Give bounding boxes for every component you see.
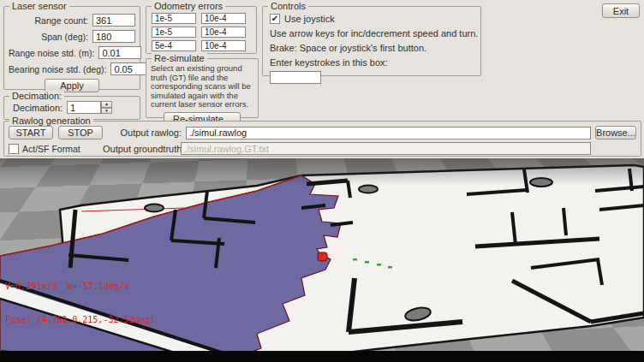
- span-deg-label: Span (deg):: [9, 32, 92, 42]
- odometry-error-input-3a[interactable]: [152, 40, 196, 51]
- scene-3d[interactable]: V=0.291m/s W=-57.1deg/s Pose: (4.762,0.2…: [0, 158, 644, 351]
- decimation-down-button[interactable]: ▼: [101, 108, 112, 115]
- use-joystick-label: Use joystick: [284, 14, 335, 24]
- rawlog-generation-group: Rawlog generation START STOP Output rawl…: [3, 121, 641, 157]
- viewport-letterbox: [0, 351, 644, 362]
- laser-sensor-group: Laser sensor Range count: Span (deg): Ra…: [3, 6, 140, 90]
- span-deg-input[interactable]: [92, 30, 135, 43]
- output-rawlog-input[interactable]: [186, 127, 591, 139]
- resimulate-description: Select an existing ground truth (GT) fil…: [146, 59, 258, 110]
- arrow-keys-hint: Use arrow keys for inc/decrement speed a…: [270, 28, 480, 39]
- spin-up-icon: ▲: [104, 101, 109, 106]
- odometry-errors-group: Odometry errors: [146, 6, 257, 54]
- hud-velocity: V=0.291m/s W=-57.1deg/s: [5, 281, 155, 292]
- start-button[interactable]: START: [9, 126, 53, 139]
- output-rawlog-label: Output rawlog:: [108, 128, 186, 138]
- odometry-error-input-2b[interactable]: [201, 27, 246, 38]
- browse-button[interactable]: Browse...: [595, 126, 636, 139]
- controls-group: Controls ✔ Use joystick Use arrow keys f…: [262, 6, 481, 76]
- output-groundtruth-label: Output groundtruth:: [103, 144, 181, 154]
- decimation-group-title: Decimation:: [9, 91, 64, 101]
- control-panel: Laser sensor Range count: Span (deg): Ra…: [0, 0, 644, 158]
- exit-button[interactable]: Exit: [602, 3, 640, 18]
- keystrokes-input[interactable]: [270, 71, 321, 84]
- keystrokes-hint: Enter keystrokes in this box:: [270, 57, 480, 68]
- status-hud: V=0.291m/s W=-57.1deg/s Pose: (4.762,0.2…: [5, 258, 155, 347]
- range-count-input[interactable]: [92, 14, 135, 27]
- odometry-error-input-3b[interactable]: [201, 40, 246, 51]
- laser-sensor-title: Laser sensor: [9, 1, 69, 11]
- stop-button[interactable]: STOP: [58, 126, 103, 139]
- odometry-errors-title: Odometry errors: [152, 1, 225, 11]
- range-noise-label: Range noise std. (m):: [9, 48, 98, 58]
- rawlog-generation-title: Rawlog generation: [9, 116, 93, 126]
- odometry-error-input-1b[interactable]: [201, 13, 246, 24]
- resimulate-title: Re-simulate: [152, 53, 207, 63]
- odometry-error-input-1a[interactable]: [152, 13, 196, 24]
- actsf-format-checkbox[interactable]: [9, 144, 19, 154]
- decimation-stepper: ▲ ▼: [67, 101, 112, 114]
- range-count-label: Range count:: [9, 15, 92, 26]
- spin-down-icon: ▼: [104, 108, 109, 113]
- simulation-viewport[interactable]: V=0.291m/s W=-57.1deg/s Pose: (4.762,0.2…: [0, 158, 644, 362]
- decimation-up-button[interactable]: ▲: [101, 101, 112, 108]
- actsf-format-label: Act/SF Format: [22, 144, 80, 154]
- range-noise-input[interactable]: [98, 46, 141, 59]
- use-joystick-checkbox[interactable]: ✔: [270, 14, 280, 24]
- controls-title: Controls: [268, 1, 308, 11]
- decimation-label: Decimation:: [13, 103, 63, 113]
- decimation-input[interactable]: [67, 101, 101, 114]
- odometry-error-input-2a[interactable]: [152, 27, 196, 38]
- bearing-noise-label: Bearing noise std. (deg):: [9, 64, 110, 74]
- resimulate-group: Re-simulate Select an existing ground tr…: [146, 58, 259, 118]
- brake-hint: Brake: Space or joystick's first button.: [270, 43, 480, 53]
- hud-pose: Pose: (4.762,0.215,-32.53deg): [5, 314, 155, 325]
- output-groundtruth-input: [181, 142, 591, 155]
